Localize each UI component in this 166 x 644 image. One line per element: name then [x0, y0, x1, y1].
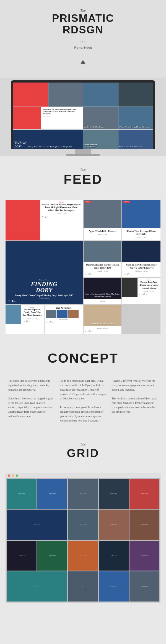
browser-cell-11: 275×275 — [37, 541, 67, 571]
browser-close-btn[interactable] — [8, 475, 10, 477]
mini-card-1 — [13, 83, 48, 107]
feed-title: FEED — [6, 172, 160, 187]
browser-cell-15: 275×275 — [7, 571, 67, 602]
feed-card-anon-news[interactable]: Your Anon News Various topics ♥ 0💬 0 — [45, 305, 83, 334]
feed-card-scandinavian[interactable]: Scandinavian Design Classics Design · 12… — [84, 305, 122, 334]
feed-card-dataviz[interactable]: Data visualization startup Tableau raise… — [84, 241, 122, 277]
browser-cell-10: 275×275 — [7, 541, 37, 571]
mini-card-iphones: iPhones Were Developed Under Steve Jobs — [118, 107, 153, 129]
hero-section: The PRISMATIC RDSGN ... News Feed ··· — [0, 0, 166, 78]
browser-cell-8: 275×275 — [99, 510, 129, 540]
feed-card-iphones[interactable]: APPLE iPhones Were Developed Under Steve… — [122, 200, 160, 240]
browser-cell-14: 275×275 — [129, 541, 159, 571]
monitor-base — [66, 154, 100, 156]
concept-text-grid: The basic idea is to create a magazine s… — [8, 379, 158, 423]
browser-cell-13: 275×275 — [99, 541, 129, 571]
concept-section: CONCEPT ··· The basic idea is to create … — [0, 340, 166, 434]
browser-cell-4: 275×275 — [99, 479, 129, 509]
browser-cell-17: 275×275 — [99, 571, 129, 602]
feed-grid: APPLE Mosaic Lets You Weave A Single Dis… — [6, 200, 160, 334]
browser-cell-9: 275×275 — [129, 510, 159, 540]
browser-cell-2: 275×275 — [37, 479, 67, 509]
mini-card-mosaic: Mosaic Lets You Weave A Single Display F… — [13, 107, 83, 129]
feed-card-twitter[interactable]: SOCIAL Twitter Improves Cards, Paves Way… — [6, 305, 44, 334]
mini-card-2 — [48, 83, 83, 107]
concept-col-2: To do so I created a regular grid, with … — [60, 379, 106, 423]
feed-card-iwatch[interactable]: APPLE Apple iWatch Killer Features Apple… — [84, 200, 122, 240]
browser-cell-7: 275×275 — [68, 510, 98, 540]
concept-dots: ··· — [8, 367, 158, 373]
grid-section: The GRID ··· 275×275 275×275 275×275 275… — [0, 434, 166, 611]
hero-dots-2: ··· — [6, 51, 160, 57]
feed-section: The FEED ··· APPLE Mosaic Lets You Weave… — [0, 156, 166, 340]
concept-col-3: Having 5 different types of viewing the … — [111, 379, 158, 423]
grid-label: The — [6, 442, 160, 447]
browser-mock: 275×275 275×275 275×275 275×275 275×275 … — [6, 473, 160, 603]
browser-toolbar — [6, 473, 160, 478]
hero-subtitle-top: The — [6, 8, 160, 13]
browser-cell-3: 275×275 — [68, 479, 98, 509]
feed-card-dory[interactable]: Disney·Pixar FINDINGDORY Disney Pixar's … — [6, 241, 83, 304]
browser-cell-6: 275×275 — [7, 510, 67, 540]
hero-dots: ... — [6, 38, 160, 43]
browser-cell-18: 275×275 — [129, 571, 159, 602]
mini-card-social: Use 5 or More Social Networks? — [118, 130, 153, 149]
monitor-stand — [75, 149, 91, 154]
browser-maximize-btn[interactable] — [16, 475, 18, 477]
feed-card-drone[interactable]: APPLE How to Turn Your iPhone Into a Dro… — [122, 278, 160, 304]
browser-cell-1: 275×275 — [7, 479, 37, 509]
mini-card-dory: Disney·Pixar FINDINGDORY Disney Pixar's … — [13, 130, 83, 149]
monitor-screen: Mosaic Lets You Weave A Single Display F… — [11, 80, 155, 149]
feed-card-mosaic[interactable]: APPLE Mosaic Lets You Weave A Single Dis… — [6, 200, 83, 240]
browser-grid: 275×275 275×275 275×275 275×275 275×275 … — [6, 478, 160, 602]
browser-cell-12: 275×275 — [68, 541, 98, 571]
hero-title: PRISMATIC RDSGN — [6, 13, 160, 36]
feed-dots: ··· — [6, 188, 160, 194]
concept-title: CONCEPT — [8, 351, 158, 366]
monitor-wrapper: Mosaic Lets You Weave A Single Display F… — [0, 78, 166, 156]
browser-cell-5: 275×275 — [129, 479, 159, 509]
monitor-screen-inner: Mosaic Lets You Weave A Single Display F… — [13, 83, 153, 149]
hero-subtitle-bottom: News Feed — [6, 45, 160, 50]
concept-col-1: The basic idea is to create a magazine s… — [8, 379, 55, 423]
triangle-icon — [79, 60, 87, 68]
mini-card-iwatch: Apple iWatch Killer Features — [83, 107, 118, 129]
grid-dots: ··· — [6, 461, 160, 467]
grid-title: GRID — [6, 447, 160, 460]
monitor-grid: Mosaic Lets You Weave A Single Display F… — [13, 83, 153, 149]
feed-card-robots[interactable]: Stop: Is Our American Style Clients May … — [84, 278, 122, 304]
mini-card-3 — [83, 83, 118, 107]
mini-card-4 — [118, 83, 153, 107]
browser-cell-16: 275×275 — [68, 571, 98, 602]
browser-minimize-btn[interactable] — [12, 475, 14, 477]
mini-card-data-viz: Data visualizationstartup Tableau — [83, 130, 118, 149]
feed-label: The — [6, 167, 160, 172]
feed-card-social[interactable]: Use 5 or More Social Networks? You're a … — [122, 241, 160, 277]
